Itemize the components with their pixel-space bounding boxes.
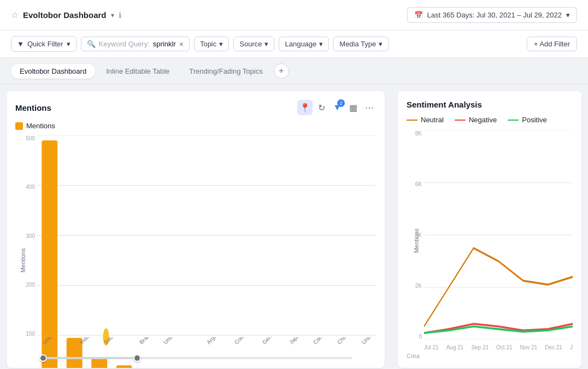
- neutral-legend-label: Neutral: [421, 116, 444, 124]
- date-chevron-icon: ▾: [566, 11, 570, 19]
- tab-evoltobor-dashboard[interactable]: Evoltobor Dashboard: [11, 64, 95, 79]
- dashboard-chevron[interactable]: ▾: [111, 11, 114, 19]
- media-type-chevron-icon: ▾: [379, 40, 383, 48]
- mentions-card-header: Mentions 📍 ↻ ▼ 2 ▦ ⋯: [15, 100, 376, 115]
- keyword-label: Keyword Query:: [99, 40, 150, 48]
- sentiment-title: Sentiment Analysis: [407, 100, 482, 109]
- sentiment-credit: Crea: [407, 353, 573, 359]
- sent-y-0: 0: [407, 334, 424, 340]
- x-label: China: [336, 337, 350, 346]
- keyword-filter-tag: 🔍 Keyword Query: sprinklr ×: [81, 37, 190, 51]
- filter-badge-container: ▼ 2: [331, 102, 344, 114]
- x-nov21: Nov 21: [520, 344, 538, 350]
- source-filter[interactable]: Source ▾: [233, 37, 274, 51]
- mentions-chart-svg: [37, 135, 376, 368]
- sentiment-card-header: Sentiment Analysis: [407, 100, 573, 109]
- mentions-legend: Mentions: [15, 122, 376, 130]
- topic-filter[interactable]: Topic ▾: [194, 37, 229, 51]
- x-label: United Arab Emirates: [361, 337, 376, 346]
- keyword-remove-button[interactable]: ×: [179, 40, 184, 48]
- svg-rect-6: [42, 140, 57, 368]
- y-label-400: 400: [15, 184, 37, 190]
- filter-badge: 2: [337, 99, 345, 107]
- mentions-title: Mentions: [15, 103, 51, 112]
- add-filter-button[interactable]: + Add Filter: [527, 37, 577, 51]
- x-label: United States: [42, 337, 69, 346]
- positive-legend-label: Positive: [522, 116, 547, 124]
- media-type-filter-label: Media Type: [339, 40, 376, 48]
- date-range-button[interactable]: 📅 Last 365 Days: Jul 30, 2021 – Jul 29, …: [407, 7, 577, 23]
- tab-inline-editable-table[interactable]: Inline Editable Table: [97, 64, 178, 79]
- x-sep21: Sep 21: [471, 344, 489, 350]
- x-dec21: Dec 21: [545, 344, 562, 350]
- quick-filter-button[interactable]: ▼ Quick Filter ▾: [11, 36, 77, 52]
- mentions-legend-dot: [15, 122, 23, 130]
- bar-chart-container: Mentions 0 100 200 300 400 500: [15, 135, 376, 368]
- sentiment-chart-container: Mentions 0 2K 4K 6K 8K: [407, 130, 573, 350]
- language-filter[interactable]: Language ▾: [279, 37, 329, 51]
- y-label-300: 300: [15, 233, 37, 239]
- sent-y-4k: 4K: [407, 232, 424, 238]
- x-label: Japan: [288, 337, 303, 346]
- sentiment-card: Sentiment Analysis Neutral Negative Posi…: [398, 91, 581, 368]
- header-left: ☆ Evoltobor Dashboard ▾ ℹ: [11, 10, 121, 20]
- source-filter-label: Source: [239, 40, 262, 48]
- x-label: Canada: [312, 337, 330, 346]
- x-label: Brazil: [138, 337, 152, 346]
- x-axis-labels: United StatesIndiaSaudi ArabiaBrazilUnit…: [37, 337, 376, 368]
- negative-legend: Negative: [455, 116, 497, 124]
- x-label: Saudi Arabia: [103, 337, 129, 346]
- sent-y-6k: 6K: [407, 181, 424, 187]
- mentions-legend-label: Mentions: [26, 122, 55, 130]
- date-range-text: Last 365 Days: Jul 30, 2021 – Jul 29, 20…: [427, 11, 562, 19]
- neutral-legend: Neutral: [407, 116, 444, 124]
- calendar-icon: 📅: [414, 11, 423, 19]
- bar-chart-button[interactable]: ▦: [347, 102, 360, 114]
- sentiment-y-labels: 0 2K 4K 6K 8K: [407, 130, 424, 340]
- slider-right-thumb[interactable]: [133, 354, 141, 362]
- positive-legend-line: [508, 120, 519, 121]
- sentiment-x-labels: Jul 21 Aug 21 Sep 21 Oct 21 Nov 21 Dec 2…: [424, 344, 573, 350]
- main-content: Mentions 📍 ↻ ▼ 2 ▦ ⋯ Mentions: [0, 85, 588, 369]
- left-panel: Mentions 📍 ↻ ▼ 2 ▦ ⋯ Mentions: [0, 85, 391, 369]
- negative-legend-label: Negative: [469, 116, 497, 124]
- quick-filter-label: Quick Filter: [27, 40, 63, 48]
- sent-y-2k: 2K: [407, 283, 424, 289]
- filter-icon: ▼: [17, 40, 24, 48]
- pin-view-button[interactable]: 📍: [297, 100, 313, 115]
- topic-chevron-icon: ▾: [219, 40, 223, 48]
- x-j: J: [570, 344, 573, 350]
- add-tab-button[interactable]: +: [274, 63, 289, 79]
- y-label-200: 200: [15, 282, 37, 288]
- more-options-button[interactable]: ⋯: [363, 102, 376, 114]
- tabs-bar: Evoltobor Dashboard Inline Editable Tabl…: [0, 58, 588, 85]
- topic-filter-label: Topic: [200, 40, 216, 48]
- x-label: India: [79, 337, 91, 346]
- x-label: Colombia: [233, 337, 254, 346]
- x-oct21: Oct 21: [496, 344, 512, 350]
- top-header: ☆ Evoltobor Dashboard ▾ ℹ 📅 Last 365 Day…: [0, 0, 588, 31]
- neutral-legend-line: [407, 120, 418, 121]
- slider-left-thumb[interactable]: [39, 354, 47, 362]
- x-label: United Kingdom: [162, 337, 194, 346]
- x-label: Argentina: [205, 337, 226, 346]
- tab-trending-fading-topics[interactable]: Trending/Fading Topics: [180, 64, 271, 79]
- quick-filter-chevron: ▾: [67, 40, 70, 48]
- right-panel: Sentiment Analysis Neutral Negative Posi…: [391, 85, 588, 369]
- y-label-100: 100: [15, 331, 37, 337]
- refresh-button[interactable]: ↻: [316, 102, 327, 114]
- x-label: Germany: [261, 337, 281, 346]
- slider-fill: [39, 357, 133, 359]
- language-chevron-icon: ▾: [319, 40, 323, 48]
- pin-icon: 📍: [299, 103, 310, 113]
- x-jul21: Jul 21: [424, 344, 439, 350]
- sentiment-svg: [424, 130, 573, 340]
- info-icon[interactable]: ℹ: [119, 11, 121, 20]
- star-icon[interactable]: ☆: [11, 10, 19, 20]
- search-icon: 🔍: [87, 40, 96, 48]
- filter-bar: ▼ Quick Filter ▾ 🔍 Keyword Query: sprink…: [0, 31, 588, 58]
- keyword-value: sprinklr: [153, 40, 176, 48]
- slider-track[interactable]: [39, 357, 352, 359]
- media-type-filter[interactable]: Media Type ▾: [333, 37, 389, 51]
- dashboard-title: Evoltobor Dashboard: [23, 10, 107, 20]
